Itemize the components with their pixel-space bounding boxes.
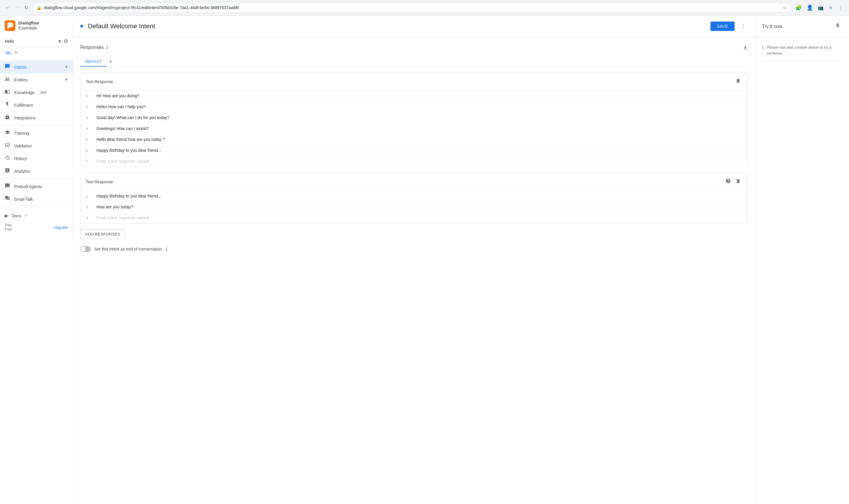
row-text[interactable]: Hello dear friend how are you today ?	[96, 137, 742, 142]
add-lang-icon[interactable]: +	[15, 50, 18, 56]
sidebar-divider-3	[0, 179, 73, 179]
end-conv-label: Set this intent as end of conversation	[94, 247, 162, 251]
sidebar-item-knowledge[interactable]: Knowledge beta	[0, 86, 73, 99]
reload-button[interactable]: ↻	[22, 3, 30, 12]
section-title: Responses ℹ	[80, 45, 108, 50]
fulfillment-label: Fulfillment	[14, 103, 33, 108]
gear-icon[interactable]: ⚙	[64, 38, 68, 44]
sidebar-item-prebuilt[interactable]: Prebuilt Agents	[0, 180, 73, 193]
beta-badge: beta	[39, 90, 47, 94]
docs-label: Docs	[12, 213, 21, 218]
row-text[interactable]: How are you today?	[96, 204, 742, 209]
right-panel: Try it now ℹ Please use test console abo…	[755, 16, 849, 504]
validation-icon	[5, 142, 10, 149]
info-icon: ℹ	[762, 45, 764, 50]
integrations-icon	[5, 114, 10, 121]
delete-card-1-button[interactable]	[734, 77, 742, 86]
response-card-2-title: Text Response	[86, 180, 113, 184]
row-placeholder[interactable]: Enter a text response variant	[96, 215, 742, 220]
response-row-2-1: 1 Happy Birthday to you dear friend...	[80, 191, 747, 202]
sidebar-item-intents[interactable]: Intents +	[0, 61, 73, 73]
card-1-actions	[734, 77, 742, 86]
sidebar: Dialogflow Essentials Hello ▾ ⚙ en + Int…	[0, 16, 73, 504]
back-button[interactable]: ←	[3, 3, 12, 12]
url-input[interactable]	[44, 5, 780, 10]
address-bar[interactable]: 🔒 ☆	[32, 3, 791, 13]
row-text[interactable]: Good day! What can I do for you today?	[96, 115, 742, 120]
sidebar-item-training[interactable]: Training	[0, 127, 73, 139]
sidebar-divider-4	[0, 206, 73, 207]
agent-name: Hello	[5, 39, 56, 43]
intent-status-dot	[80, 25, 83, 28]
browser-bar: ← → ↻ 🔒 ☆ 🧩 👤 📺 n ⋮	[0, 0, 849, 16]
response-row-1-5: 5 Hello dear friend how are you today ?	[80, 134, 747, 145]
star-icon[interactable]: ☆	[783, 5, 787, 11]
row-text[interactable]: Hello! How can I help you?	[96, 104, 742, 109]
responses-section-header: Responses ℹ ∧	[80, 44, 747, 51]
training-label: Training	[14, 131, 29, 136]
row-text[interactable]: Happy Birthday to you dear friend...	[96, 148, 742, 153]
text-response-card-2: Text Response 1 Happy Birthday to you de…	[80, 173, 747, 223]
delete-card-2-button[interactable]	[734, 177, 742, 186]
right-panel-header: Try it now	[755, 16, 849, 37]
menu-button[interactable]: ⋮	[836, 2, 846, 13]
collapse-button[interactable]: ∧	[743, 44, 747, 51]
agent-dropdown-icon[interactable]: ▾	[58, 38, 61, 44]
end-conv-toggle[interactable]	[80, 246, 91, 252]
response-row-2-2: 2 How are you today?	[80, 202, 747, 213]
row-text[interactable]: Happy Birthday to you dear friend...	[96, 194, 742, 198]
docs-link[interactable]: ▶ Docs ↗	[5, 211, 68, 221]
forward-button[interactable]: →	[13, 3, 21, 12]
row-text[interactable]: Hi! How are you doing?	[96, 93, 742, 98]
extensions-button[interactable]: 🧩	[794, 3, 803, 13]
more-options-button[interactable]: ⋮	[739, 21, 747, 31]
response-row-1-4: 4 Greetings! How can I assist?	[80, 123, 747, 134]
add-intent-button[interactable]: +	[65, 64, 68, 70]
lang-badge[interactable]: en	[5, 50, 12, 55]
tab-add-button[interactable]: +	[108, 57, 114, 66]
content-scroll: Responses ℹ ∧ DEFAULT + Text Response	[73, 37, 755, 504]
tab-default[interactable]: DEFAULT	[80, 57, 107, 67]
row-num: 5	[86, 137, 92, 142]
sidebar-item-analytics[interactable]: Analytics	[0, 165, 73, 177]
row-placeholder[interactable]: Enter a text response variant	[96, 159, 742, 164]
prebuilt-label: Prebuilt Agents	[14, 184, 42, 189]
sidebar-item-small-talk[interactable]: Small Talk	[0, 193, 73, 205]
cast-button[interactable]: 📺	[816, 3, 826, 12]
profile-button[interactable]: 👤	[805, 3, 815, 13]
small-talk-icon	[5, 196, 10, 202]
help-card-2-button[interactable]	[724, 177, 732, 186]
mic-button[interactable]	[834, 21, 842, 31]
upgrade-button[interactable]: Upgrade	[53, 225, 68, 230]
sidebar-item-history[interactable]: History	[0, 152, 73, 165]
right-divider	[762, 61, 842, 61]
analytics-label: Analytics	[14, 169, 31, 174]
sidebar-item-validation[interactable]: Validation	[0, 139, 73, 152]
avatar-button[interactable]: n	[827, 3, 835, 12]
expand-arrow-icon: ▶	[5, 213, 8, 218]
sidebar-divider-2	[0, 125, 73, 126]
sidebar-item-fulfillment[interactable]: Fulfillment	[0, 99, 73, 111]
row-num: 2	[86, 205, 92, 209]
response-card-1-title: Text Response	[86, 79, 113, 84]
sidebar-footer: ▶ Docs ↗ Trial Free Upgrade	[0, 208, 73, 236]
responses-title: Responses	[80, 45, 104, 50]
response-card-1-header: Text Response	[80, 73, 747, 90]
sidebar-item-entities[interactable]: Entities +	[0, 73, 73, 86]
page-title: Default Welcome Intent	[88, 22, 706, 30]
add-responses-button[interactable]: ADD RESPONSES	[80, 229, 125, 239]
agent-row: Hello ▾ ⚙	[0, 36, 73, 47]
save-button[interactable]: SAVE	[710, 21, 735, 31]
response-row-1-1: 1 Hi! How are you doing?	[80, 90, 747, 102]
sidebar-item-integrations[interactable]: Integrations	[0, 111, 73, 124]
end-conversation-row: Set this intent as end of conversation ℹ	[80, 246, 747, 252]
add-entity-button[interactable]: +	[65, 76, 68, 83]
help-icon[interactable]: ℹ	[106, 45, 108, 50]
app-container: Dialogflow Essentials Hello ▾ ⚙ en + Int…	[0, 16, 849, 504]
intents-icon	[5, 64, 10, 70]
secure-icon: 🔒	[37, 5, 41, 10]
external-link-icon: ↗	[24, 214, 27, 218]
row-text[interactable]: Greetings! How can I assist?	[96, 126, 742, 131]
end-conv-help-icon[interactable]: ℹ	[166, 247, 167, 252]
browser-nav: ← → ↻	[3, 3, 30, 12]
